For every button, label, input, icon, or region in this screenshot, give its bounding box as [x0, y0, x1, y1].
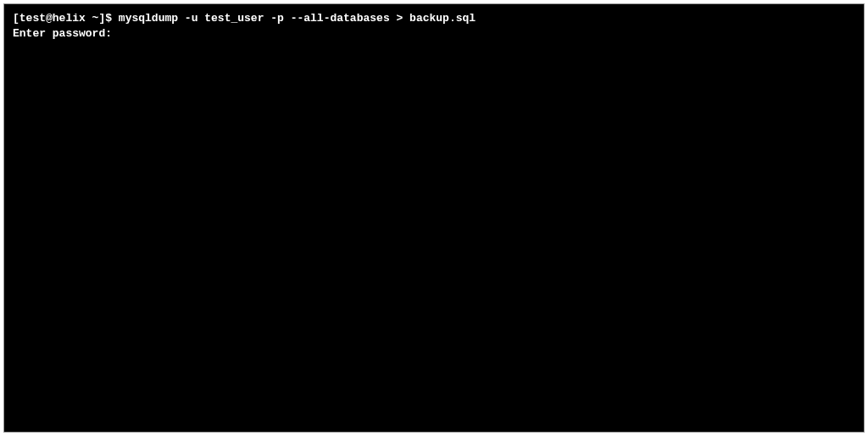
terminal-password-line: Enter password:: [13, 26, 855, 42]
shell-prompt: [test@helix ~]$: [13, 12, 119, 25]
terminal-window[interactable]: [test@helix ~]$ mysqldump -u test_user -…: [3, 3, 865, 433]
password-prompt: Enter password:: [13, 27, 112, 40]
terminal-command-line: [test@helix ~]$ mysqldump -u test_user -…: [13, 11, 855, 26]
shell-command: mysqldump -u test_user -p --all-database…: [119, 12, 476, 25]
